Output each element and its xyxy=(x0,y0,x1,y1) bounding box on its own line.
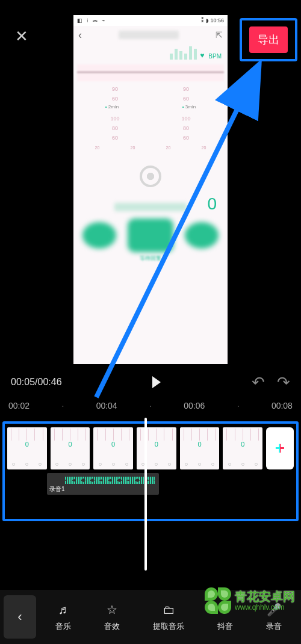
ruler-dot: · xyxy=(237,401,240,410)
timecode: 00:05/00:46 xyxy=(11,377,62,388)
clip-zero-label: 0 xyxy=(180,441,220,448)
video-clip[interactable]: 0 xyxy=(223,427,262,469)
close-icon: ✕ xyxy=(15,27,28,46)
close-button[interactable]: ✕ xyxy=(10,24,34,48)
preview-blob-row xyxy=(73,211,228,255)
video-clip[interactable]: 0 xyxy=(7,427,47,469)
heart-icon: ♥ xyxy=(200,51,204,60)
scale-col: 100 80 60 xyxy=(181,116,190,141)
watermark: 青花安卓网 www.qhhlv.com xyxy=(205,587,295,614)
preview-blob-icon xyxy=(185,222,219,249)
toolbar-label: 音效 xyxy=(104,621,120,632)
watermark-text: 青花安卓网 www.qhhlv.com xyxy=(235,590,295,612)
preview-graph-strip xyxy=(77,64,224,81)
clip-zero-label: 0 xyxy=(51,441,90,448)
folder-icon: 🗀 xyxy=(161,602,176,618)
preview-record-row xyxy=(73,153,228,203)
export-highlight-box: 导出 xyxy=(240,18,297,61)
preview-blob-icon xyxy=(82,222,116,249)
scale-col: 90 60 xyxy=(183,86,189,102)
status-right: ⁑ ◗ 10:56 xyxy=(201,17,224,23)
music-note-icon: ♬ xyxy=(55,602,71,618)
chevron-left-icon: ‹ xyxy=(17,609,22,625)
ruler-tick: 00:02 xyxy=(8,401,29,410)
preview-header: ‹ ⇱ xyxy=(73,26,228,44)
watermark-logo-icon xyxy=(205,587,231,614)
bpm-bar xyxy=(189,46,192,60)
toolbar-label: 录音 xyxy=(266,621,282,632)
preview-blur-strip xyxy=(114,203,187,211)
share-icon: ⇱ xyxy=(216,30,223,40)
audio-clip-label: 录音1 xyxy=(49,485,65,494)
bpm-bar xyxy=(184,54,187,60)
toolbar-sound-effect[interactable]: ☆ 音效 xyxy=(104,602,120,632)
clip-zero-label: 0 xyxy=(223,441,262,448)
preview-scale-row: 90 60 90 60 xyxy=(73,84,228,102)
preview-minitick-row: 20 20 20 20 xyxy=(73,142,228,153)
toolbar-label: 抖音 xyxy=(217,621,233,632)
time-mark: 3min xyxy=(182,104,196,110)
toolbar-label: 提取音乐 xyxy=(153,621,184,632)
tracks-highlight-box: 0 0 0 0 0 0 + xyxy=(2,421,299,521)
bpm-bar xyxy=(170,54,173,60)
preview-scale-row-2: 100 80 60 100 80 60 xyxy=(73,112,228,142)
preview-statusbar: ◧ ⁝ ⫘ ⌁ ⁑ ◗ 10:56 xyxy=(73,15,228,26)
video-clip[interactable]: 0 xyxy=(180,427,220,469)
export-button[interactable]: 导出 xyxy=(249,26,288,53)
video-track[interactable]: 0 0 0 0 0 0 + xyxy=(7,427,294,469)
scale-col: 100 80 60 xyxy=(110,116,119,141)
preview-blurred-title xyxy=(119,31,179,39)
toolbar-back-button[interactable]: ‹ xyxy=(4,595,36,639)
bpm-bar xyxy=(179,51,182,60)
playhead[interactable] xyxy=(144,418,147,571)
bpm-bar xyxy=(175,49,178,60)
ruler-tick: 00:06 xyxy=(184,401,205,410)
timeline-ruler[interactable]: 00:02 · 00:04 · 00:06 · 00:08 xyxy=(0,401,301,415)
bpm-row: ♥ BPM xyxy=(73,44,228,62)
record-circle-icon xyxy=(140,166,161,187)
audio-clip[interactable]: 录音1 xyxy=(47,473,159,495)
total-time: 00:46 xyxy=(38,377,62,387)
add-clip-button[interactable]: + xyxy=(266,427,294,469)
video-clip[interactable]: 0 xyxy=(137,427,176,469)
bpm-bar xyxy=(194,49,197,60)
watermark-subtitle: www.qhhlv.com xyxy=(235,604,295,612)
plus-icon: + xyxy=(275,439,285,458)
video-clip[interactable]: 0 xyxy=(51,427,90,469)
clip-zero-label: 0 xyxy=(7,441,47,448)
toolbar-extract-music[interactable]: 🗀 提取音乐 xyxy=(153,602,184,632)
transport-row: 00:05/00:46 ↶ ↷ xyxy=(0,372,301,392)
watermark-title: 青花安卓网 xyxy=(235,590,295,604)
toolbar-music[interactable]: ♬ 音乐 xyxy=(55,602,71,632)
clip-zero-label: 0 xyxy=(137,441,176,448)
redo-button[interactable]: ↷ xyxy=(277,373,290,392)
toolbar-label: 音乐 xyxy=(55,621,71,632)
ruler-tick: 00:04 xyxy=(96,401,117,410)
undo-button[interactable]: ↶ xyxy=(252,373,265,392)
ruler-dot: · xyxy=(149,401,152,410)
preview-blob-caption: 等待回复 xyxy=(73,255,228,262)
video-clip[interactable]: 0 xyxy=(93,427,133,469)
ruler-tick: 00:08 xyxy=(272,401,293,410)
scale-col: 90 60 xyxy=(112,86,118,102)
preview-time-marks: 2min 3min xyxy=(73,102,228,112)
undo-redo-group: ↶ ↷ xyxy=(252,373,290,392)
ruler-dot: · xyxy=(61,401,64,410)
video-preview[interactable]: ◧ ⁝ ⫘ ⌁ ⁑ ◗ 10:56 ‹ ⇱ ♥ BPM 90 60 90 60 … xyxy=(73,15,228,364)
bpm-label: BPM xyxy=(208,53,222,60)
status-left-icons: ◧ ⁝ ⫘ ⌁ xyxy=(77,17,106,23)
play-icon xyxy=(152,376,161,388)
time-mark: 2min xyxy=(105,104,119,110)
status-time: 10:56 xyxy=(210,17,224,23)
clip-zero-label: 0 xyxy=(93,441,133,448)
star-icon: ☆ xyxy=(104,602,120,618)
current-time: 00:05 xyxy=(11,377,35,387)
preview-large-zero: 0 xyxy=(207,194,217,214)
play-button[interactable] xyxy=(146,372,167,392)
back-chevron-icon: ‹ xyxy=(78,29,82,42)
preview-blob-icon xyxy=(128,218,173,252)
